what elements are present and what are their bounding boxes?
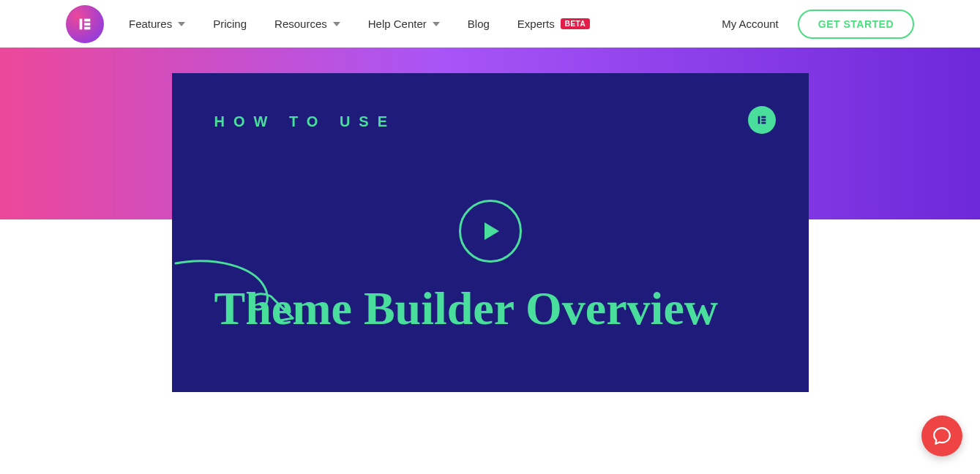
primary-nav: Features Pricing Resources Help Center B… bbox=[129, 18, 697, 30]
nav-resources-label: Resources bbox=[274, 18, 327, 30]
nav-pricing-label: Pricing bbox=[213, 18, 247, 30]
svg-rect-7 bbox=[761, 122, 766, 124]
nav-features-label: Features bbox=[129, 18, 172, 30]
get-started-button[interactable]: GET STARTED bbox=[798, 10, 914, 39]
chevron-down-icon bbox=[178, 22, 185, 26]
main-header: Features Pricing Resources Help Center B… bbox=[0, 0, 980, 48]
video-section: HOW TO USE Theme Builder Overview bbox=[0, 219, 980, 392]
svg-rect-2 bbox=[84, 23, 90, 26]
beta-badge: BETA bbox=[561, 18, 590, 29]
elementor-logo-icon bbox=[756, 114, 768, 126]
nav-experts-label: Experts bbox=[517, 18, 555, 30]
elementor-logo-icon bbox=[77, 16, 93, 32]
chevron-down-icon bbox=[433, 22, 440, 26]
svg-rect-0 bbox=[80, 18, 83, 29]
header-right: My Account GET STARTED bbox=[722, 10, 914, 39]
video-eyebrow: HOW TO USE bbox=[214, 113, 766, 130]
svg-rect-1 bbox=[84, 18, 90, 21]
nav-features[interactable]: Features bbox=[129, 18, 185, 30]
nav-experts[interactable]: Experts BETA bbox=[517, 18, 590, 30]
card-brand-badge bbox=[748, 106, 776, 134]
nav-help-center-label: Help Center bbox=[368, 18, 427, 30]
video-card: HOW TO USE Theme Builder Overview bbox=[172, 73, 809, 392]
svg-rect-4 bbox=[758, 116, 760, 124]
chevron-down-icon bbox=[333, 22, 340, 26]
my-account-link[interactable]: My Account bbox=[722, 18, 779, 30]
arrow-swirl-icon bbox=[172, 249, 318, 329]
svg-rect-3 bbox=[84, 26, 90, 29]
nav-blog[interactable]: Blog bbox=[468, 18, 490, 30]
nav-pricing[interactable]: Pricing bbox=[213, 18, 247, 30]
play-icon bbox=[485, 222, 499, 240]
nav-blog-label: Blog bbox=[468, 18, 490, 30]
nav-resources[interactable]: Resources bbox=[274, 18, 340, 30]
svg-rect-6 bbox=[761, 119, 766, 121]
svg-rect-5 bbox=[761, 116, 766, 118]
play-button[interactable] bbox=[459, 200, 522, 263]
nav-help-center[interactable]: Help Center bbox=[368, 18, 440, 30]
brand-logo[interactable] bbox=[66, 5, 104, 43]
